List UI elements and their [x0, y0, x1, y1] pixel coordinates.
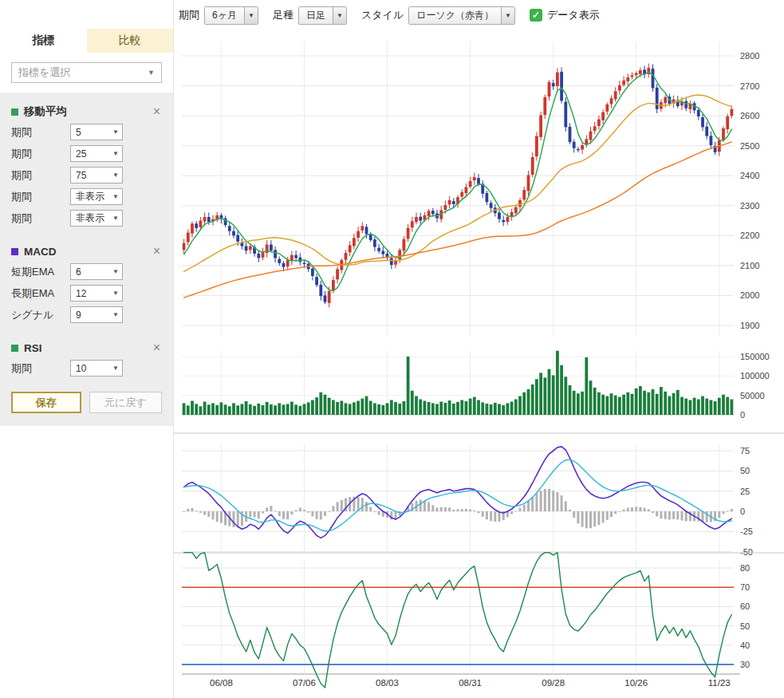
- save-button[interactable]: 保存: [11, 392, 81, 413]
- ma-period-5-select[interactable]: 非表示▼: [70, 210, 123, 227]
- chevron-down-icon: ▼: [112, 290, 119, 297]
- svg-text:2300: 2300: [740, 201, 759, 211]
- sidebar: 指標 比較 指標を選択 ▼ 移動平均 × 期間 5▼ 期間: [0, 0, 174, 698]
- svg-text:25: 25: [740, 487, 750, 496]
- bar-type-select[interactable]: 日足 ▼: [298, 6, 347, 25]
- svg-text:1900: 1900: [740, 321, 759, 330]
- stock-chart-app: 指標 比較 指標を選択 ▼ 移動平均 × 期間 5▼ 期間: [0, 0, 784, 698]
- param-label: 期間: [11, 190, 70, 204]
- svg-text:80: 80: [740, 563, 750, 573]
- chevron-down-icon[interactable]: ▼: [244, 7, 258, 24]
- bar-type-label: 足種: [273, 8, 294, 22]
- tab-indicators[interactable]: 指標: [0, 29, 87, 53]
- period-value: 6ヶ月: [205, 7, 244, 24]
- svg-text:150000: 150000: [740, 352, 770, 361]
- reset-button[interactable]: 元に戻す: [89, 392, 162, 413]
- param-value: 10: [76, 363, 86, 374]
- style-label: スタイル: [361, 8, 404, 22]
- svg-text:11/23: 11/23: [708, 678, 731, 688]
- sidebar-tabs: 指標 比較: [0, 29, 173, 53]
- ma-period-4-select[interactable]: 非表示▼: [70, 188, 123, 205]
- param-row: 期間 5▼: [11, 121, 162, 143]
- chevron-down-icon: ▼: [112, 128, 119, 136]
- close-icon[interactable]: ×: [152, 341, 162, 354]
- param-row: 期間 非表示▼: [11, 207, 162, 229]
- svg-text:09/28: 09/28: [542, 678, 565, 688]
- param-row: 期間 10▼: [11, 357, 162, 379]
- param-row: シグナル 9▼: [11, 304, 162, 325]
- chevron-down-icon[interactable]: ▼: [333, 7, 346, 24]
- macd-short-ema-select[interactable]: 6▼: [70, 263, 123, 280]
- param-label: 短期EMA: [11, 265, 70, 279]
- period-select[interactable]: 6ヶ月 ▼: [204, 6, 258, 25]
- svg-text:2500: 2500: [740, 141, 759, 151]
- data-display-checkbox[interactable]: ✓: [530, 9, 542, 22]
- indicator-select[interactable]: 指標を選択 ▼: [11, 62, 162, 83]
- section-title: RSI: [24, 342, 152, 354]
- param-label: 期間: [11, 168, 70, 183]
- param-label: シグナル: [11, 308, 70, 322]
- chevron-down-icon: ▼: [112, 215, 119, 222]
- svg-text:30: 30: [740, 660, 750, 669]
- section-header: MACD ×: [11, 242, 162, 261]
- param-row: 長期EMA 12▼: [11, 282, 162, 304]
- macd-long-ema-select[interactable]: 12▼: [70, 285, 123, 302]
- ma-period-2-select[interactable]: 25▼: [70, 145, 123, 162]
- svg-text:0: 0: [740, 410, 745, 420]
- chart-main: 期間 6ヶ月 ▼ 足種 日足 ▼ スタイル ローソク（赤青） ▼: [174, 0, 784, 698]
- svg-text:08/03: 08/03: [376, 678, 399, 688]
- param-label: 期間: [11, 211, 70, 226]
- style-group: スタイル ローソク（赤青） ▼: [361, 6, 515, 25]
- svg-text:08/31: 08/31: [459, 678, 482, 688]
- rsi-period-select[interactable]: 10▼: [70, 360, 123, 377]
- svg-text:-50: -50: [740, 547, 753, 557]
- svg-text:50: 50: [740, 466, 750, 475]
- svg-text:2400: 2400: [740, 171, 759, 180]
- param-value: 25: [76, 148, 86, 160]
- macd-signal-select[interactable]: 9▼: [70, 306, 123, 323]
- svg-text:50: 50: [740, 621, 750, 631]
- bar-type-group: 足種 日足 ▼: [273, 6, 347, 25]
- ma-period-1-select[interactable]: 5▼: [70, 124, 123, 140]
- svg-text:100000: 100000: [740, 371, 770, 381]
- svg-text:60: 60: [740, 601, 750, 611]
- close-icon[interactable]: ×: [152, 105, 162, 118]
- param-row: 期間 25▼: [11, 143, 162, 164]
- param-row: 期間 非表示▼: [11, 186, 162, 207]
- param-value: 12: [76, 288, 86, 299]
- param-row: 短期EMA 6▼: [11, 261, 162, 282]
- chevron-down-icon: ▼: [112, 365, 119, 372]
- indicator-color-swatch: [11, 248, 18, 255]
- indicator-color-swatch: [11, 345, 18, 352]
- ma-period-3-select[interactable]: 75▼: [70, 167, 123, 183]
- section-title: 移動平均: [24, 105, 152, 119]
- bar-type-value: 日足: [299, 7, 333, 24]
- chevron-down-icon: ▼: [112, 172, 119, 179]
- style-value: ローソク（赤青）: [409, 7, 501, 24]
- indicator-select-placeholder: 指標を選択: [18, 65, 70, 80]
- param-label: 長期EMA: [11, 286, 70, 301]
- style-select[interactable]: ローソク（赤青） ▼: [408, 6, 515, 25]
- svg-text:07/06: 07/06: [293, 678, 316, 688]
- svg-text:10/26: 10/26: [624, 678, 648, 688]
- param-value: 非表示: [76, 190, 104, 203]
- param-label: 期間: [11, 125, 70, 140]
- chevron-down-icon: ▼: [112, 150, 119, 157]
- param-value: 5: [76, 127, 81, 138]
- close-icon[interactable]: ×: [152, 245, 162, 258]
- svg-text:2700: 2700: [740, 81, 759, 91]
- data-display-label: データ表示: [547, 8, 600, 22]
- section-header: 移動平均 ×: [11, 102, 162, 121]
- section-macd: MACD × 短期EMA 6▼ 長期EMA 12▼ シグナル 9▼: [11, 242, 162, 325]
- stock-chart[interactable]: 2800270026002500240023002200210020001900…: [174, 0, 784, 698]
- chevron-down-icon[interactable]: ▼: [501, 7, 514, 24]
- button-row: 保存 元に戻す: [11, 392, 162, 413]
- svg-text:40: 40: [740, 641, 750, 650]
- tab-compare[interactable]: 比較: [87, 29, 174, 53]
- section-header: RSI ×: [11, 338, 162, 357]
- svg-text:70: 70: [740, 582, 750, 592]
- svg-text:2600: 2600: [740, 111, 759, 120]
- svg-text:0: 0: [740, 507, 745, 516]
- svg-text:75: 75: [740, 446, 750, 455]
- section-moving-average: 移動平均 × 期間 5▼ 期間 25▼ 期間 75▼ 期間 非表示▼: [11, 102, 162, 229]
